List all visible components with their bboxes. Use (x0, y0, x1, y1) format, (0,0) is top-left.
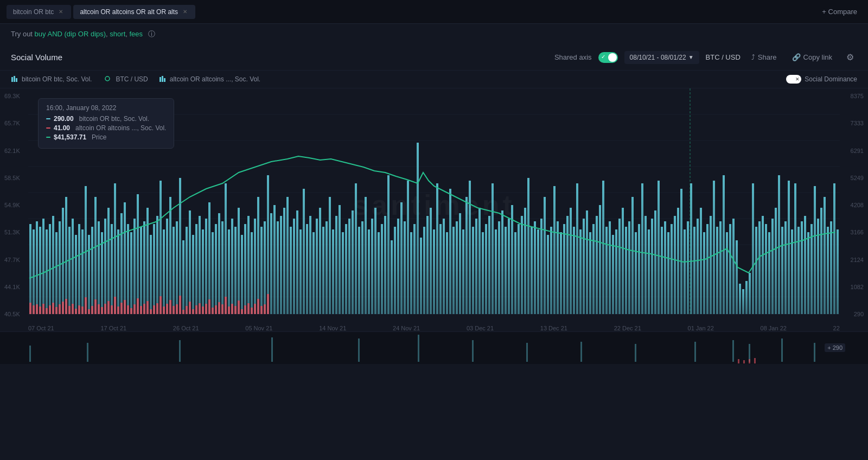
svg-rect-99 (299, 229, 302, 314)
toggle-check-icon: ✓ (601, 54, 605, 60)
svg-rect-172 (537, 229, 539, 314)
svg-rect-224 (706, 224, 709, 314)
svg-rect-287 (101, 307, 103, 314)
shared-axis-toggle[interactable]: ✓ (598, 52, 618, 63)
svg-rect-105 (319, 208, 321, 314)
svg-rect-184 (576, 183, 578, 314)
currency-selector[interactable]: BTC / USD (706, 53, 741, 61)
svg-rect-358 (754, 358, 756, 363)
copy-link-button[interactable]: 🔗 Copy link (788, 51, 837, 63)
svg-rect-156 (485, 224, 487, 314)
svg-rect-123 (378, 232, 380, 314)
svg-rect-77 (228, 229, 230, 314)
toggle-switch[interactable]: ✓ (598, 52, 618, 63)
svg-rect-165 (514, 232, 516, 314)
svg-rect-231 (729, 224, 731, 314)
svg-rect-174 (544, 197, 546, 314)
svg-rect-92 (277, 221, 279, 314)
svg-rect-153 (475, 219, 477, 314)
svg-rect-18 (36, 221, 38, 314)
svg-rect-203 (638, 224, 640, 314)
tab-bitcoin-close[interactable]: ✕ (57, 8, 65, 16)
legend-social-dominance[interactable]: ✕ Social Dominance (786, 75, 857, 84)
svg-rect-114 (348, 219, 350, 314)
svg-rect-188 (589, 232, 591, 314)
settings-button[interactable]: ⚙ (843, 50, 857, 65)
try-link-buy[interactable]: buy AND (dip OR dips) (35, 30, 106, 38)
svg-rect-50 (140, 227, 142, 314)
share-label: Share (758, 53, 777, 61)
svg-rect-127 (391, 240, 393, 314)
legend-altcoin-vol[interactable]: altcoin OR altcoins ..., Soc. Vol. (159, 75, 260, 84)
svg-rect-310 (176, 304, 178, 314)
legend-bitcoin-bar-icon (11, 75, 18, 84)
svg-rect-293 (120, 303, 123, 314)
compare-button[interactable]: + Compare (818, 5, 861, 18)
svg-rect-229 (723, 175, 725, 314)
svg-rect-128 (394, 227, 396, 314)
svg-rect-59 (169, 197, 171, 314)
svg-rect-88 (264, 221, 266, 314)
svg-rect-314 (189, 302, 191, 314)
svg-rect-29 (72, 219, 74, 314)
svg-rect-320 (208, 299, 210, 314)
svg-rect-159 (495, 229, 497, 314)
svg-rect-219 (690, 183, 692, 314)
info-icon[interactable]: ⓘ (148, 30, 155, 38)
svg-rect-337 (264, 304, 266, 314)
svg-rect-155 (482, 232, 484, 314)
svg-rect-195 (612, 235, 614, 314)
tooltip-val-altcoin: 41.00 (54, 124, 70, 132)
svg-rect-250 (791, 229, 793, 314)
svg-rect-158 (492, 183, 494, 314)
svg-rect-71 (208, 202, 210, 314)
legend-btc-price-label: BTC / USD (116, 75, 148, 83)
svg-rect-193 (605, 227, 608, 314)
x-label-3: 05 Nov 21 (245, 325, 272, 331)
svg-rect-62 (179, 178, 181, 314)
svg-rect-180 (563, 224, 565, 314)
svg-rect-131 (404, 221, 406, 314)
svg-rect-327 (231, 304, 233, 314)
svg-rect-246 (778, 175, 780, 314)
try-link-fees[interactable]: fees (129, 30, 143, 38)
svg-rect-121 (371, 219, 373, 314)
try-link-short[interactable]: short (110, 30, 125, 38)
svg-rect-144 (446, 232, 448, 314)
plus-badge: + 290 (825, 343, 845, 352)
date-range-picker[interactable]: 08/10/21 - 08/01/22 ▼ (624, 51, 699, 64)
svg-rect-75 (221, 221, 224, 314)
svg-rect-190 (596, 216, 598, 314)
legend-bitcoin-vol[interactable]: bitcoin OR btc, Soc. Vol. (11, 75, 92, 84)
svg-rect-183 (573, 227, 575, 314)
tab-bitcoin[interactable]: bitcoin OR btc ✕ (7, 5, 71, 19)
svg-rect-323 (218, 302, 220, 314)
tab-altcoin[interactable]: altcoin OR altcoins OR alt OR alts ✕ (73, 5, 195, 19)
svg-rect-85 (254, 219, 256, 314)
svg-rect-96 (290, 227, 292, 314)
tab-altcoin-close[interactable]: ✕ (181, 8, 189, 16)
svg-rect-205 (644, 216, 647, 314)
svg-rect-316 (195, 305, 197, 314)
svg-rect-104 (316, 219, 318, 314)
svg-rect-237 (749, 273, 751, 314)
svg-rect-218 (687, 221, 689, 314)
svg-rect-148 (459, 213, 461, 314)
svg-rect-61 (176, 221, 178, 314)
svg-rect-39 (104, 219, 106, 314)
svg-rect-254 (804, 216, 806, 314)
svg-rect-244 (771, 219, 774, 314)
svg-rect-52 (146, 208, 149, 314)
share-button[interactable]: ⤴ Share (747, 51, 781, 63)
svg-rect-200 (628, 221, 630, 314)
svg-rect-334 (254, 304, 256, 314)
svg-rect-263 (833, 183, 835, 314)
legend-btc-price[interactable]: BTC / USD (103, 75, 148, 84)
svg-rect-79 (234, 227, 237, 314)
svg-rect-36 (94, 197, 97, 314)
tooltip-label-bitcoin: bitcoin OR btc, Soc. Vol. (79, 115, 149, 123)
svg-rect-322 (215, 305, 217, 314)
svg-rect-201 (631, 197, 634, 314)
svg-rect-211 (664, 221, 666, 314)
social-dominance-toggle[interactable]: ✕ (786, 75, 801, 84)
